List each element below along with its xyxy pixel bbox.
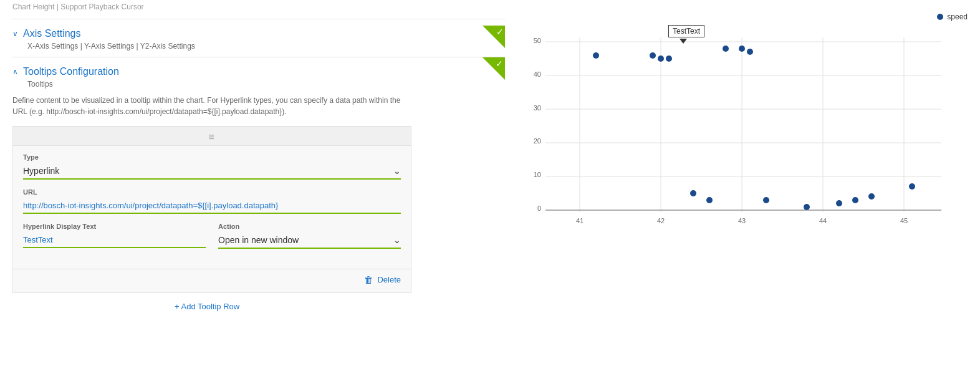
svg-text:44: 44	[819, 217, 827, 224]
trash-icon: 🗑	[364, 274, 373, 285]
action-select[interactable]: Open in new window ⌄	[218, 233, 401, 249]
type-field-group: Type Hyperlink ⌄	[23, 153, 401, 180]
add-tooltip-label: + Add Tooltip Row	[175, 302, 239, 311]
chart-svg: 0 10 20 30 40 50 41 42 43 44 45	[530, 12, 954, 237]
tooltips-badge-check: ✓	[496, 59, 503, 69]
display-text-input[interactable]	[23, 233, 206, 248]
svg-text:30: 30	[534, 104, 541, 112]
two-col-row: Hyperlink Display Text Action Open in ne…	[23, 223, 401, 258]
type-label: Type	[23, 153, 401, 161]
svg-text:40: 40	[534, 70, 541, 78]
svg-text:45: 45	[900, 217, 908, 224]
svg-text:41: 41	[576, 217, 584, 224]
svg-point-30	[739, 46, 745, 52]
svg-point-25	[658, 55, 664, 62]
tooltips-badge: ✓	[483, 57, 505, 80]
url-input[interactable]	[23, 198, 401, 214]
chart-legend: speed	[937, 12, 968, 21]
chart-container: speed TestText 0 10 20 30 40 50 41 42 43…	[530, 6, 968, 365]
axis-settings-title: Axis Settings	[23, 28, 80, 39]
axis-settings-chevron-icon: ∨	[12, 29, 18, 38]
svg-point-23	[593, 52, 599, 59]
right-panel: speed TestText 0 10 20 30 40 50 41 42 43…	[517, 0, 980, 371]
tooltips-chevron-icon: ∧	[12, 67, 18, 76]
svg-point-28	[706, 197, 713, 203]
type-select[interactable]: Hyperlink ⌄	[23, 163, 401, 180]
svg-text:10: 10	[534, 171, 541, 178]
type-select-value: Hyperlink	[23, 166, 59, 176]
hint-text: Chart Height | Support Playback Cursor	[12, 0, 505, 19]
action-field-group: Action Open in new window ⌄	[218, 223, 401, 249]
action-label: Action	[218, 223, 401, 230]
card-drag-handle[interactable]: ≡	[13, 127, 411, 146]
tooltips-label: Tooltips	[27, 80, 505, 89]
card-footer: 🗑 Delete	[13, 269, 411, 292]
url-field-group: URL	[23, 188, 401, 214]
svg-text:43: 43	[738, 217, 746, 224]
tooltips-description: Define content to be visualized in a too…	[12, 95, 411, 117]
legend-dot	[937, 14, 943, 20]
add-tooltip-row-button[interactable]: + Add Tooltip Row	[175, 302, 239, 311]
tooltips-section: ∧ Tooltips Configuration ✓ Tooltips Defi…	[12, 57, 505, 321]
svg-point-37	[909, 183, 915, 190]
display-text-field-group: Hyperlink Display Text	[23, 223, 206, 249]
chart-tooltip-popup: TestText	[668, 25, 704, 37]
action-select-value: Open in new window	[218, 235, 299, 245]
tooltips-title: Tooltips Configuration	[23, 66, 119, 77]
type-dropdown-arrow-icon: ⌄	[393, 166, 401, 176]
svg-text:50: 50	[534, 37, 541, 44]
drag-icon: ≡	[208, 132, 215, 143]
display-text-label: Hyperlink Display Text	[23, 223, 206, 230]
axis-settings-section: ∨ Axis Settings X-Axis Settings | Y-Axis…	[12, 19, 505, 57]
action-dropdown-arrow-icon: ⌄	[393, 235, 401, 245]
legend-label: speed	[947, 12, 968, 21]
svg-point-34	[836, 200, 842, 206]
tooltips-header[interactable]: ∧ Tooltips Configuration ✓	[12, 66, 505, 77]
svg-text:20: 20	[534, 137, 541, 145]
axis-settings-badge-check: ✓	[496, 27, 504, 37]
svg-point-29	[723, 46, 729, 52]
tooltip-card: ≡ Type Hyperlink ⌄ URL	[12, 126, 411, 293]
chart-tooltip-arrow-icon	[680, 39, 687, 44]
card-body: Type Hyperlink ⌄ URL Hyperlink Display T…	[13, 146, 411, 266]
svg-point-33	[804, 204, 810, 210]
svg-point-31	[747, 49, 753, 55]
svg-point-24	[650, 52, 656, 59]
axis-settings-subtitle: X-Axis Settings | Y-Axis Settings | Y2-A…	[27, 42, 505, 51]
delete-button[interactable]: 🗑 Delete	[364, 274, 401, 285]
delete-label: Delete	[377, 275, 401, 284]
left-panel: Chart Height | Support Playback Cursor ∨…	[0, 0, 517, 371]
axis-settings-header[interactable]: ∨ Axis Settings	[12, 28, 505, 39]
svg-point-35	[852, 197, 858, 203]
svg-point-26	[666, 55, 672, 62]
url-label: URL	[23, 188, 401, 196]
svg-point-36	[868, 193, 875, 200]
svg-point-27	[690, 190, 696, 196]
svg-text:0: 0	[537, 205, 541, 212]
svg-point-32	[763, 197, 769, 203]
svg-text:42: 42	[657, 217, 665, 224]
